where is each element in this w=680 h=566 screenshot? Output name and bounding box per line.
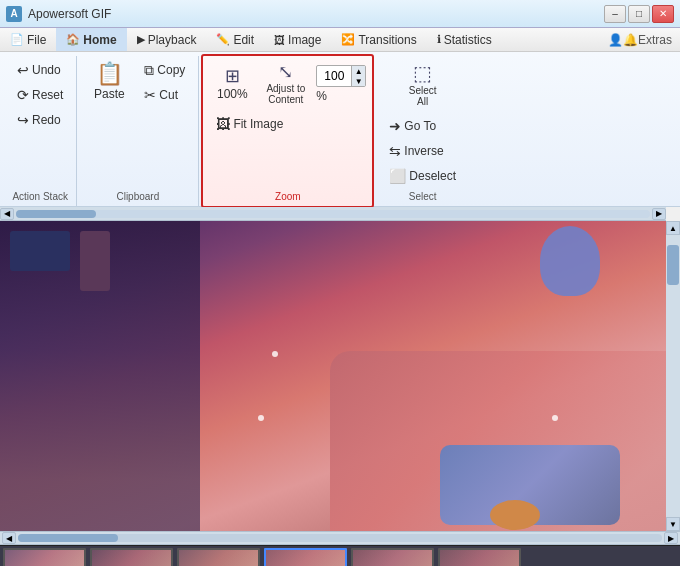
menu-transitions[interactable]: 🔀 Transitions (331, 28, 426, 51)
deselect-label: Deselect (409, 169, 456, 183)
select-label: Select (376, 191, 469, 202)
action-stack-label: Action Stack (4, 191, 76, 202)
go-to-button[interactable]: ➜ Go To (382, 114, 463, 138)
fit-image-button[interactable]: 🖼 Fit Image (209, 112, 290, 136)
minimize-button[interactable]: – (604, 5, 626, 23)
title-bar: A Apowersoft GIF – □ ✕ (0, 0, 680, 28)
menu-file-label: File (27, 33, 46, 47)
go-to-icon: ➜ (389, 118, 401, 134)
zoom-100-button[interactable]: ⊞ 100% (209, 62, 255, 106)
main-content: ◀ ▶ harris cole x aso - park ave be▾ (0, 207, 680, 566)
title-controls: – □ ✕ (604, 5, 674, 23)
maximize-button[interactable]: □ (628, 5, 650, 23)
menu-transitions-label: Transitions (358, 33, 416, 47)
title-bar-left: A Apowersoft GIF (6, 6, 111, 22)
menu-playback[interactable]: ▶ Playback (127, 28, 207, 51)
zoom-percent-symbol: % (316, 89, 366, 103)
select-all-label: SelectAll (409, 85, 437, 107)
reset-icon: ⟳ (17, 87, 29, 103)
frame-strip: 66 ms44 ms66 ms101 ms66 ms64 ms (0, 548, 680, 566)
frame-strip-wrap: 66 ms44 ms66 ms101 ms66 ms64 ms 012345 ◀… (0, 545, 680, 566)
canvas-image: harris cole x aso - park ave be▾ (0, 221, 680, 531)
frame-thumb-2 (177, 548, 260, 566)
frame-thumb-4 (351, 548, 434, 566)
menu-playback-label: Playback (148, 33, 197, 47)
select-all-button[interactable]: ⬚ SelectAll (397, 58, 449, 112)
menu-home[interactable]: 🏠 Home (56, 28, 126, 51)
scroll-left-btn[interactable]: ◀ (0, 208, 14, 220)
deselect-button[interactable]: ⬜ Deselect (382, 164, 463, 188)
paste-label: Paste (94, 87, 125, 101)
clipboard-label: Clipboard (77, 191, 198, 202)
copy-label: Copy (157, 63, 185, 77)
action-stack-group: ↩ Undo ⟳ Reset ↪ Redo Action Stack (4, 56, 77, 206)
menu-edit-label: Edit (233, 33, 254, 47)
top-scroll-area: ◀ ▶ (0, 207, 666, 221)
extras-menu[interactable]: 👤🔔 Extras (600, 28, 680, 51)
scroll-right-btn[interactable]: ▶ (652, 208, 666, 220)
cut-label: Cut (159, 88, 178, 102)
action-stack-content: ↩ Undo ⟳ Reset ↪ Redo (10, 56, 70, 150)
menu-statistics-label: Statistics (444, 33, 492, 47)
home-icon: 🏠 (66, 33, 80, 46)
h-scroll-right[interactable]: ▶ (664, 532, 678, 544)
app-icon: A (6, 6, 22, 22)
top-scroll-thumb (16, 210, 96, 218)
menu-statistics[interactable]: ℹ Statistics (427, 28, 502, 51)
reset-label: Reset (32, 88, 63, 102)
select-content: ⬚ SelectAll ➜ Go To ⇆ Inverse ⬜ (382, 56, 463, 188)
zoom-down-button[interactable]: ▼ (351, 76, 365, 86)
v-scroll-thumb (667, 245, 679, 285)
h-scroll-track (18, 534, 662, 542)
inverse-button[interactable]: ⇆ Inverse (382, 139, 463, 163)
frame-thumb-1 (90, 548, 173, 566)
extras-label: Extras (638, 33, 672, 47)
top-scroll-track (16, 210, 650, 218)
zoom-up-button[interactable]: ▲ (351, 66, 365, 76)
copy-button[interactable]: ⧉ Copy (137, 58, 192, 82)
canvas-container: ◀ ▶ harris cole x aso - park ave be▾ (0, 207, 680, 531)
frame-item-3[interactable]: 101 ms (263, 548, 348, 566)
undo-label: Undo (32, 63, 61, 77)
fit-image-icon: 🖼 (216, 116, 230, 132)
statistics-icon: ℹ (437, 33, 441, 46)
redo-button[interactable]: ↪ Redo (10, 108, 70, 132)
fit-image-label: Fit Image (233, 117, 283, 131)
zoom-100-icon: ⊞ (225, 67, 240, 85)
undo-icon: ↩ (17, 62, 29, 78)
cut-button[interactable]: ✂ Cut (137, 83, 192, 107)
adjust-content-button[interactable]: ⤡ Adjust toContent (259, 58, 312, 110)
redo-label: Redo (32, 113, 61, 127)
reset-button[interactable]: ⟳ Reset (10, 83, 70, 107)
h-scrollbar: ◀ ▶ (0, 531, 680, 545)
frame-thumb-3 (264, 548, 347, 566)
cut-icon: ✂ (144, 87, 156, 103)
clipboard-content: 📋 Paste ⧉ Copy ✂ Cut (83, 56, 192, 125)
app-title: Apowersoft GIF (28, 7, 111, 21)
paste-button[interactable]: 📋 Paste (83, 58, 135, 102)
close-button[interactable]: ✕ (652, 5, 674, 23)
menu-edit[interactable]: ✏️ Edit (206, 28, 264, 51)
playback-icon: ▶ (137, 33, 145, 46)
transitions-icon: 🔀 (341, 33, 355, 46)
zoom-input[interactable] (317, 69, 351, 83)
zoom-bottom-row: 🖼 Fit Image (209, 112, 366, 136)
undo-button[interactable]: ↩ Undo (10, 58, 70, 82)
scroll-down-button[interactable]: ▼ (666, 517, 680, 531)
frame-item-2[interactable]: 66 ms (176, 548, 261, 566)
ribbon: ↩ Undo ⟳ Reset ↪ Redo Action Stack 📋 Pas… (0, 52, 680, 207)
inverse-icon: ⇆ (389, 143, 401, 159)
redo-icon: ↪ (17, 112, 29, 128)
frame-item-4[interactable]: 66 ms (350, 548, 435, 566)
h-scroll-left[interactable]: ◀ (2, 532, 16, 544)
menu-image[interactable]: 🖼 Image (264, 28, 331, 51)
frame-item-5[interactable]: 64 ms (437, 548, 522, 566)
select-all-icon: ⬚ (413, 63, 432, 83)
menu-file[interactable]: 📄 File (0, 28, 56, 51)
paste-area: 📋 Paste (83, 58, 135, 107)
zoom-spinners: ▲ ▼ (351, 66, 365, 86)
frame-item-0[interactable]: 66 ms (2, 548, 87, 566)
v-scroll-track (666, 235, 680, 517)
frame-item-1[interactable]: 44 ms (89, 548, 174, 566)
scroll-up-button[interactable]: ▲ (666, 221, 680, 235)
